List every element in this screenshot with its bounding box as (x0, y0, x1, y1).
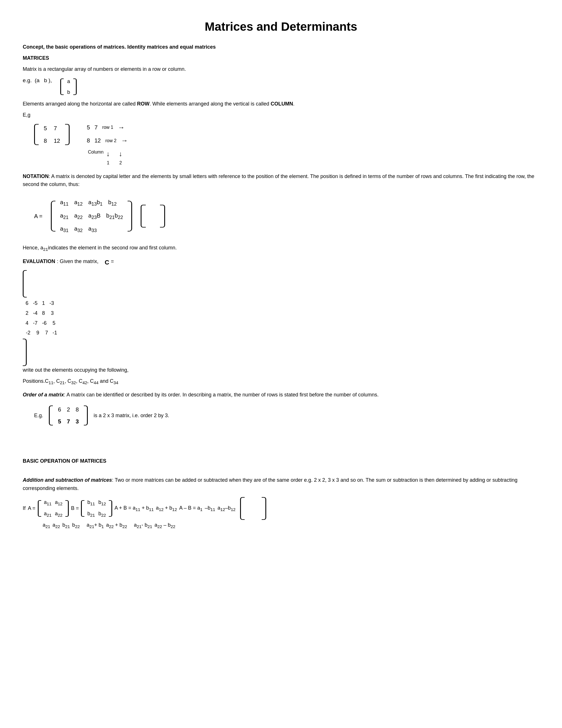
eg-matrix-left: 5 7 8 12 (34, 122, 70, 147)
eval-title: EVALUATION (23, 257, 55, 266)
order-eg: E.g. (34, 411, 43, 420)
eg-matrix-section: 5 7 8 12 57 row 1 → 812 row 2 → Column (34, 122, 539, 167)
notation-text: : A matrix is denoted by capital letter … (23, 173, 534, 187)
matrix-A-3x3: a11 a12 a13b1 b12 a21 a22 a23B b21b22 a3… (51, 195, 132, 237)
subtitle-text: Concept, the basic operations of matrice… (23, 44, 216, 50)
addition-paragraph: Addition and subtraction of matrices: Tw… (23, 476, 539, 493)
m-r2c2: 12 (54, 136, 60, 145)
matrix-definition: Matrix is a rectangular array of numbers… (23, 65, 539, 73)
matrix-B-2x2: b11b12 b21b22 (81, 497, 112, 520)
order-description: is a 2 x 3 matrix, i.e. order 2 by 3. (94, 411, 169, 420)
matrices-heading: MATRICES (23, 54, 539, 62)
evaluation-paragraph: EVALUATION: Given the matrix, C = (23, 257, 539, 267)
notation-paragraph: NOTATION: A matrix is denoted by capital… (23, 172, 539, 189)
matrix-B-empty (141, 205, 165, 227)
addition-title: Addition and subtraction of matrices (23, 477, 112, 483)
AplusB-label: A + B = a11 + b11 (115, 504, 154, 513)
notation-title: NOTATION (23, 173, 49, 179)
matrix-2x3: 628 573 (49, 403, 88, 428)
positions-text: Positions.C11, C21, C32, C42, C44 and C3… (23, 377, 539, 386)
eg-section-label: E,g (23, 111, 539, 119)
example-row-col: e.g. (a b ), a b (23, 76, 539, 98)
order-title-para: Order of a matrix: A matrix can be ident… (23, 391, 539, 399)
m-r1c1: 5 (44, 124, 47, 133)
if-label: If (23, 504, 26, 512)
page-title: Matrices and Determinants (23, 17, 539, 36)
order-title: Order of a matrix (23, 392, 64, 398)
B-label-formula: B = (71, 504, 79, 512)
m-r1c2: 7 (54, 124, 57, 133)
A-equals: A = (34, 212, 42, 221)
hence-paragraph: Hence, a21indicates the element in the s… (23, 244, 539, 253)
column-vector: a b (60, 76, 77, 98)
col-a: a (67, 77, 70, 86)
order-example: E.g. 628 573 is a 2 x 3 matrix, i.e. ord… (34, 403, 539, 428)
eg-matrix-right: 57 row 1 → 812 row 2 → Column ↓ 1 ↓ 2 (87, 122, 128, 167)
A-label-formula: A = (28, 504, 36, 512)
basic-op-title: BASIC OPERATION OF MATRICES (23, 457, 539, 465)
C-label: C (105, 257, 109, 267)
formula-row-2: a21 a22 b21 b22 a21+ b1 a22 + b22 a21- b… (43, 521, 539, 530)
empty-bracket-right (240, 497, 266, 520)
row-col-explanation: Elements arranged along the horizontal a… (23, 100, 539, 108)
col-b: b (67, 88, 70, 96)
order-text: : A matrix can be identified or describe… (64, 392, 379, 398)
big-matrix-section: A = a11 a12 a13b1 b12 a21 a22 a23B b21b2… (34, 195, 539, 237)
subtitle: Concept, the basic operations of matrice… (23, 43, 539, 51)
m-r2c1: 8 (44, 136, 47, 145)
matrix-A-2x2: a11a12 a21a22 (38, 497, 69, 520)
eg-label: e.g. (a b ), (23, 76, 52, 85)
formula-row-1: If A = a11a12 a21a22 B = b11b12 b21b22 A… (23, 497, 539, 520)
